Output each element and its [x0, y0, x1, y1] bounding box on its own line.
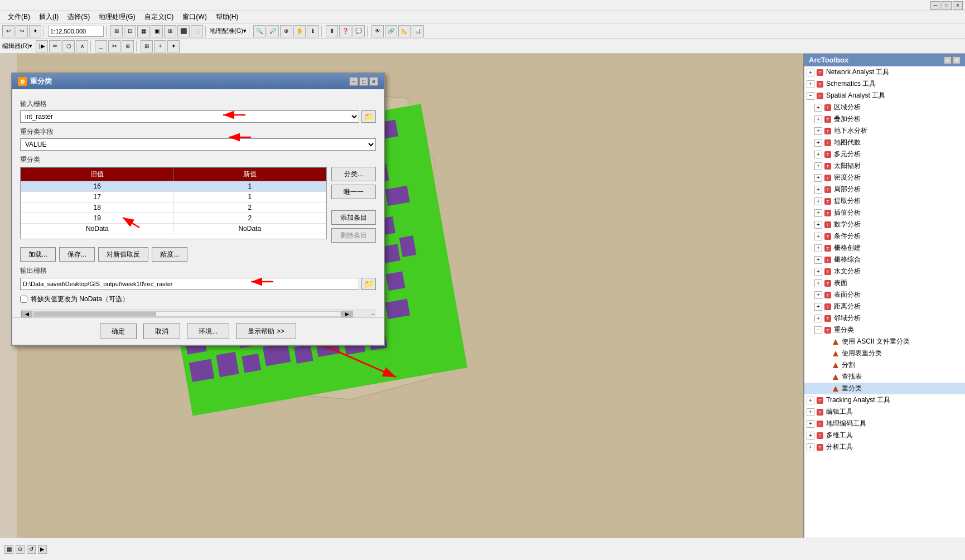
table-row[interactable]: 171: [21, 192, 326, 202]
tree-expand-icon[interactable]: −: [814, 326, 822, 334]
toolbar-identify[interactable]: ℹ: [307, 25, 319, 37]
tree-item-局部分析[interactable]: +T局部分析: [804, 184, 965, 195]
help-button[interactable]: 显示帮助 >>: [236, 324, 296, 339]
tree-expand-icon[interactable]: +: [814, 256, 822, 264]
toolbar-select[interactable]: ⬆: [326, 25, 338, 37]
menu-geoprocessing[interactable]: 地理处理(G): [94, 11, 139, 23]
toolbar-btn-1[interactable]: ↩: [2, 25, 15, 37]
tree-item-条件分析[interactable]: +T条件分析: [804, 230, 965, 242]
input-raster-select[interactable]: int_raster: [20, 110, 359, 123]
tree-item-插值分析[interactable]: +T插值分析: [804, 207, 965, 219]
tree-item-密度分析[interactable]: +T密度分析: [804, 172, 965, 184]
tree-item-多维工具[interactable]: +T多维工具: [804, 429, 965, 441]
tree-item-距离分析[interactable]: +T距离分析: [804, 301, 965, 312]
menu-insert[interactable]: 插入(I): [35, 11, 63, 23]
output-input[interactable]: [20, 278, 359, 290]
output-browse-button[interactable]: 📁: [361, 278, 376, 290]
tree-item-多元分析[interactable]: +T多元分析: [804, 148, 965, 160]
toolbar-zoom-in[interactable]: 🔍: [253, 25, 266, 37]
env-button[interactable]: 环境...: [187, 324, 229, 339]
tree-item-地理编码工具[interactable]: +T地理编码工具: [804, 418, 965, 429]
table-row[interactable]: 192: [21, 213, 326, 224]
toolbar-pan[interactable]: ✋: [293, 25, 306, 37]
toolbar-btn-3[interactable]: ✦: [29, 25, 41, 37]
reverse-button[interactable]: 对新值取反: [98, 247, 148, 262]
toolbar-zoom-full[interactable]: ⊕: [280, 25, 292, 37]
tree-item-水文分析[interactable]: +T水文分析: [804, 265, 965, 277]
toolbar-btn-10[interactable]: ⬜: [191, 25, 203, 37]
cancel-button[interactable]: 取消: [143, 324, 180, 339]
tree-item-查找表[interactable]: 查找表: [804, 371, 965, 383]
toolbar-info[interactable]: ❓: [339, 25, 351, 37]
editor-btn-1[interactable]: |▶: [36, 40, 48, 52]
tree-expand-icon[interactable]: +: [814, 291, 822, 299]
table-row[interactable]: NoDataNoData: [21, 224, 326, 234]
editor-btn-9[interactable]: +: [154, 40, 166, 52]
tree-expand-icon[interactable]: +: [814, 162, 822, 170]
tree-item-邻域分析[interactable]: +T邻域分析: [804, 312, 965, 324]
reclass-table-container[interactable]: 旧值 新值 161171182192NoDataNoData: [20, 167, 327, 239]
tree-item-栅格综合[interactable]: +T栅格综合: [804, 254, 965, 265]
toolbar-btn-9[interactable]: ⬛: [177, 25, 190, 37]
add-entry-button[interactable]: 添加条目: [331, 210, 376, 225]
editor-btn-2[interactable]: ✏: [49, 40, 61, 52]
tree-item-tracking-analyst-工具[interactable]: +TTracking Analyst 工具: [804, 394, 965, 406]
tree-item-地下水分析[interactable]: +T地下水分析: [804, 125, 965, 137]
tree-expand-icon[interactable]: +: [814, 279, 822, 287]
tree-expand-icon[interactable]: +: [814, 127, 822, 135]
field-select[interactable]: VALUE: [20, 138, 376, 151]
tree-item-提取分析[interactable]: +T提取分析: [804, 195, 965, 207]
h-scrollbar[interactable]: ◀ ▶ ←: [20, 310, 376, 317]
tree-item-重分类[interactable]: −T重分类: [804, 324, 965, 336]
editor-label[interactable]: 编辑器(R)▾: [2, 42, 32, 50]
tree-item-数学分析[interactable]: +T数学分析: [804, 219, 965, 230]
nodata-checkbox[interactable]: [20, 296, 27, 303]
tree-expand-icon[interactable]: +: [814, 197, 822, 205]
tree-expand-icon[interactable]: +: [814, 221, 822, 229]
status-btn-3[interactable]: ↺: [27, 545, 36, 554]
tree-item-使用表重分类[interactable]: 使用表重分类: [804, 347, 965, 359]
geo-processing-label[interactable]: 地理配准(G)▾: [210, 27, 247, 35]
status-btn-1[interactable]: ▦: [4, 545, 13, 554]
tree-expand-icon[interactable]: −: [807, 92, 814, 100]
tree-expand-icon[interactable]: +: [814, 174, 822, 182]
arctoolbox-close-btn[interactable]: ×: [953, 56, 961, 64]
close-button[interactable]: ×: [953, 1, 963, 10]
ok-button[interactable]: 确定: [100, 324, 137, 339]
minimize-button[interactable]: ─: [930, 1, 940, 10]
toolbar-btn-extra1[interactable]: 👁: [371, 25, 384, 37]
input-raster-browse[interactable]: 📁: [361, 110, 376, 123]
load-button[interactable]: 加载...: [20, 247, 56, 262]
tree-expand-icon[interactable]: +: [807, 432, 814, 440]
tree-expand-icon[interactable]: +: [807, 420, 814, 428]
tree-expand-icon[interactable]: +: [814, 209, 822, 217]
menu-window[interactable]: 窗口(W): [178, 11, 211, 23]
tree-expand-icon[interactable]: +: [807, 69, 814, 76]
tree-expand-icon[interactable]: +: [814, 244, 822, 252]
menu-file[interactable]: 文件(B): [3, 11, 35, 23]
editor-btn-7[interactable]: ⊕: [122, 40, 134, 52]
tree-expand-icon[interactable]: +: [807, 397, 814, 404]
tree-expand-icon[interactable]: +: [807, 443, 814, 451]
classify-button[interactable]: 分类...: [331, 167, 376, 181]
editor-btn-4[interactable]: ∧: [76, 40, 88, 52]
tree-item-太阳辐射[interactable]: +T太阳辐射: [804, 160, 965, 172]
dialog-close-btn[interactable]: ×: [369, 77, 378, 86]
tree-item-区域分析[interactable]: +T区域分析: [804, 102, 965, 113]
tree-expand-icon[interactable]: +: [814, 139, 822, 147]
dialog-minimize-btn[interactable]: ─: [349, 77, 358, 86]
arctoolbox-minimize-btn[interactable]: ─: [944, 56, 952, 64]
scroll-left-btn[interactable]: ◀: [21, 311, 32, 317]
tree-expand-icon[interactable]: +: [807, 80, 814, 88]
scroll-right-btn[interactable]: ▶: [341, 311, 353, 317]
editor-btn-6[interactable]: ✂: [108, 40, 120, 52]
editor-btn-10[interactable]: ✦: [167, 40, 180, 52]
editor-btn-5[interactable]: ⎯: [95, 40, 107, 52]
tree-item-地图代数[interactable]: +T地图代数: [804, 137, 965, 148]
maximize-button[interactable]: □: [942, 1, 952, 10]
tree-item-分析工具[interactable]: +T分析工具: [804, 441, 965, 453]
toolbar-btn-8[interactable]: ⊞: [164, 25, 176, 37]
tree-expand-icon[interactable]: +: [814, 186, 822, 194]
toolbar-help[interactable]: 💬: [353, 25, 365, 37]
tree-item-表面分析[interactable]: +T表面分析: [804, 289, 965, 301]
